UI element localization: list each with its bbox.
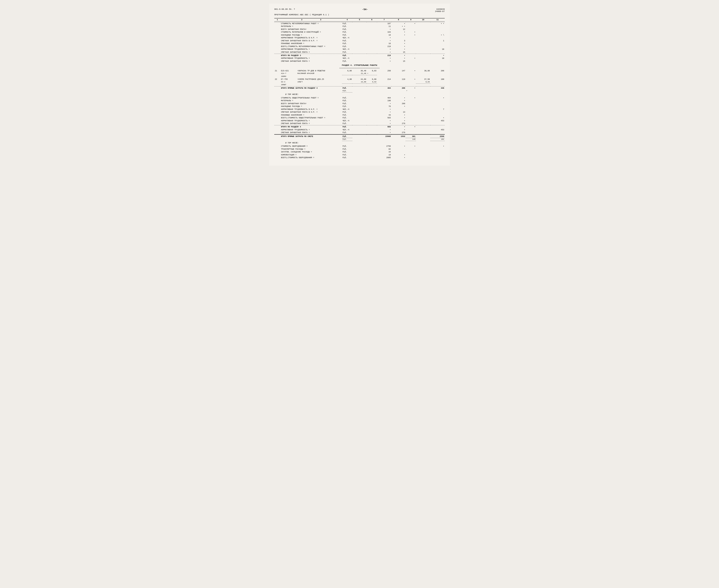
vtom-chisle-4: В ТОМ ЧИСЛЕ:: [274, 92, 445, 96]
s4-row-wages: ВСЕГО ЗАРАБОТНАЯ ПЛАТА= Руб. • 266: [274, 102, 445, 105]
work-item-21-sub1: 414-7 МАСЛЯНОЙ КРАСКОЙ 21,40 •: [274, 72, 445, 75]
work-item-21: 21 Е15-621 =ОКРАСКА ТР-ДОВ И РЕШЕТКИ 6,8…: [274, 69, 445, 72]
itogo-3-norm: НОРМАТИВНАЯ ТРУДОЕМКОСТЬ = ЧЕЛ.-Ч • • • …: [274, 57, 445, 60]
s3-row-total-metal: ВСЕГО,СТОИМОСТЬ МЕТАЛЛОМОНТАЖНЫХ РАБОТ =…: [274, 45, 445, 48]
s4-row-smet-total: СМЕТНАЯ ЗАРАБОТНАЯ ПЛАТА = Руб. • 279: [274, 122, 445, 125]
s4-row-mat: МАТЕРИАЛЫ = Руб. 198 •: [274, 99, 445, 102]
vtom-chisle-smeta: В ТОМ ЧИСЛЕ:: [274, 141, 445, 145]
s3-row-wages: ВСЕГО ЗАРАБОТНАЯ ПЛАТА= Руб. • 12: [274, 28, 445, 31]
s4-row-total-obsh: ВСЕГО,СТОИМОСТЬ ОБЩЕСТРОИТЕЛЬНЫХ РАБОТ =…: [274, 117, 445, 120]
komplekt-cost: КОМПЛЕКТАЦИЯ = Руб. 19 •: [274, 153, 445, 156]
s3-row-mat-cost: СТОИМОСТЬ МАТЕРИАЛОВ И КОНСТРУКЦИЙ = Руб…: [274, 31, 445, 34]
s4-row-norm-nr: НОРМАТИВНАЯ ТРУДОЕМКОСТЬ В Н.Р. = ЧЕЛ.-Ч…: [274, 108, 445, 111]
itogo-3-smet: СМЕТНАЯ ЗАРАБОТНАЯ ПЛАТА = Руб. • 15: [274, 60, 445, 63]
doc-ref: 901-6-98.89 Лл. 7: [274, 8, 295, 13]
col-header-2-3: 2 3: [280, 18, 342, 21]
itogo-razdel-3: ИТОГО ПО РАЗДЕЛУ 3 Руб. 219 • •: [274, 54, 445, 57]
col-header-5: 5: [352, 18, 367, 21]
document-page: 901-6-98.89 Лл. 7 -54- 1020839 24060-07 …: [269, 4, 450, 166]
col-header-4: 4: [342, 18, 352, 21]
s4-row-overhead: НАКЛАДНЫЕ РАСХОДЫ = Руб. 76 •: [274, 105, 445, 108]
page-header: 901-6-98.89 Лл. 7 -54- 1020839 24060-07: [274, 8, 445, 13]
work-item-22-sub2: 100ШТ: [274, 84, 445, 86]
s3-row-materials: МАТЕРИАЛЫ = Руб. 11 • •: [274, 25, 445, 28]
s3-row-metal: СТОИМОСТЬ МЕТАЛЛОМОНТАЖНЫХ РАБОТ = Руб. …: [274, 22, 445, 25]
itogo-4-smet: СМЕТНАЯ ЗАРАБОТНАЯ ПЛАТА = Руб. • 279: [274, 131, 445, 134]
subtitle: ПРОГРАММНЫЙ КОМПЛЕКС АВС-ЗЕС ( РЕДАКЦИЯ …: [274, 14, 445, 16]
itogo-4-norm: НОРМАТИВНАЯ ТРУДОЕМКОСТЬ = ЧЕЛ.-Ч • • 45…: [274, 128, 445, 131]
s3-row-smet-wages-nr: СМЕТНАЯ ЗАРАБОТНАЯ ПЛАТА В Н.Р. = Руб. •…: [274, 39, 445, 42]
s3-row-overhead: НАКЛАДНЫЕ РАСХОДЫ = Руб. 16 • • • \: [274, 34, 445, 37]
doc-number: 1020839 24060-07: [435, 8, 445, 13]
s3-row-plan-accum: ПЛАНОВЫЕ НАКОПЛЕНИЯ = Руб. 16 •: [274, 42, 445, 45]
col-header-7: 7: [377, 18, 392, 21]
page-number: -54-: [362, 8, 368, 13]
column-header-row: 1 2 3 4 5 6 7 8 9 10 11: [274, 18, 445, 21]
itogo-razdel-4: ИТОГО ПО РАЗДЕЛУ 4 Руб. 583 • •: [274, 126, 445, 128]
col-header-11: 11: [430, 18, 445, 21]
total-equip-cost: ВСЕГО,СТОИМОСТЬ ОБОРУДОВАНИЯ = Руб. 2805…: [274, 156, 445, 159]
col-header-9: 9: [406, 18, 416, 21]
s4-row-norm-total: НОРМАТИВНАЯ ТРУДОЕМКОСТЬ = ЧЕЛ.-Ч • • 45…: [274, 120, 445, 122]
transport-cost: ТРАНСПОРТНЫЕ РАСХОДЫ = Руб. 82: [274, 148, 445, 151]
itogo-smeta: ИТОГО ПРЯМЫЕ ЗАТРАТЫ ПО СМЕТЕ Руб. 15908…: [274, 135, 445, 138]
itogo-smeta-sub: Руб. 140 182: [274, 138, 445, 141]
col-header-10: 10: [416, 18, 430, 21]
col-header-8: 8: [392, 18, 406, 21]
s4-row-smet-nr: СМЕТНАЯ ЗАРАБОТНАЯ ПЛАТА В Н.Р. = Руб. •…: [274, 111, 445, 114]
bottom-spacer: [274, 159, 445, 161]
work-item-22-sub1: 63-4 1РШГТ 24,80 0,02 0,03: [274, 81, 445, 84]
s4-row-plan: ПЛАНОВЫЕ НАКОПЛЕНИЯ = Руб. 43 •: [274, 114, 445, 117]
section4-underline: =====================================: [274, 67, 445, 69]
warehouse-cost: ЗАГОТОВ.-СКЛАДСКИЕ РАСХОДЫ = Руб. 34: [274, 151, 445, 153]
s3-row-norm-total: НОРМАТИВНАЯ ТРУДОЕМКОСТЬ = ЧЕЛ.-Ч • • 18: [274, 48, 445, 51]
s4-row-obsh: СТОИМОСТЬ ОБЩЕСТРОИТЕЛЬНЫХ РАБОТ = Руб. …: [274, 97, 445, 100]
work-item-22: 22 Е7-755 =СОПЛО РАСТРУБНСЕ Д50.25 4,80 …: [274, 78, 445, 81]
itogo-direct-4-sub: Руб. •: [274, 89, 445, 92]
main-table: 1 2 3 4 5 6 7 8 9 10 11 СТОИМОСТЬ МЕТАЛЛ: [274, 18, 445, 161]
equip-cost: СТОИМОСТЬ ОБОРУДОВАНИЯ = Руб. 2750 • • •: [274, 145, 445, 148]
s3-row-norm-labor: НОРМАТИВНАЯ ТРУДОЕМКОСТЬ В Н.Р. = ЧЕЛ.-Ч…: [274, 37, 445, 39]
itogo-direct-4: ИТОГО ПРЯМЫЕ ЗАТРАТЫ ПО РАЗДЕЛУ 4 Руб. 4…: [274, 87, 445, 90]
s3-row-smet-wages-total: СМЕТНАЯ ЗАРАБОТНАЯ ПЛАТА = Руб. • 15: [274, 51, 445, 54]
col-header-6: 6: [367, 18, 377, 21]
work-item-21-sub2: 100М2: [274, 75, 445, 78]
section4-title-row: РАЗДЕЛ 4. СТРОИТЕЛЬНЫЕ РАБОТЫ: [274, 64, 445, 67]
